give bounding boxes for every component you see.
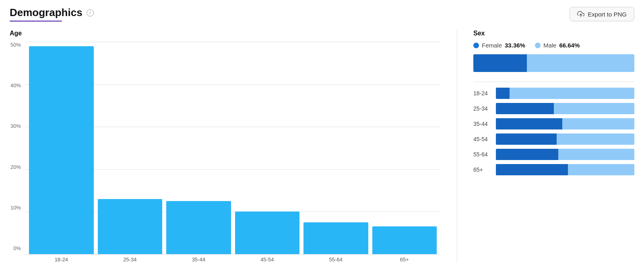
male-pct: 66.64% (559, 42, 580, 49)
bar-55-64 (303, 222, 368, 254)
export-label: Export to PNG (588, 11, 627, 18)
male-label: Male (543, 42, 557, 49)
bar-group-25-34 (98, 42, 163, 254)
bar-18-24 (29, 46, 94, 254)
upload-icon (577, 10, 584, 18)
male-dot (535, 43, 541, 48)
info-icon[interactable]: i (87, 9, 94, 16)
y-label-50: 50% (10, 42, 21, 48)
x-label-25-34: 25-34 (98, 257, 163, 263)
age-sex-rows: 18-2425-3435-4445-5455-6465+ (473, 88, 634, 175)
y-label-40: 40% (10, 82, 21, 88)
title-row: Demographics i (10, 6, 94, 19)
age-female-bar-65+ (496, 164, 568, 175)
y-label-20: 20% (10, 164, 21, 170)
title-area: Demographics i (10, 6, 94, 22)
female-label: Female (482, 42, 502, 49)
age-female-bar-55-64 (496, 149, 558, 160)
bar-45-54 (235, 212, 300, 254)
age-sex-row-55-64: 55-64 (473, 149, 634, 160)
y-axis: 50% 40% 30% 20% 10% 0% (10, 42, 25, 263)
age-female-bar-45-54 (496, 133, 557, 145)
header: Demographics i Export to PNG (10, 6, 634, 22)
y-label-0: 0% (13, 245, 21, 251)
age-sex-bar-55-64 (496, 149, 634, 160)
overall-male-bar (527, 54, 634, 72)
age-sex-row-25-34: 25-34 (473, 103, 634, 114)
bar-group-65+ (372, 42, 437, 254)
age-female-bar-25-34 (496, 103, 554, 114)
title-underline (10, 21, 62, 22)
age-male-bar-45-54 (557, 133, 634, 145)
x-labels: 18-2425-3435-4445-5455-6465+ (25, 254, 441, 263)
bar-group-45-54 (235, 42, 300, 254)
female-pct: 33.36% (505, 42, 525, 49)
age-sex-bar-18-24 (496, 88, 634, 99)
age-male-bar-25-34 (554, 103, 634, 114)
age-section-label: Age (10, 30, 441, 37)
sex-section: Sex Female 33.36% Male 66.64% 18-242 (473, 30, 634, 263)
bar-35-44 (166, 201, 231, 254)
overall-sex-bar (473, 54, 634, 72)
age-male-bar-55-64 (558, 149, 634, 160)
age-sex-bar-65+ (496, 164, 634, 175)
female-legend-item: Female 33.36% (473, 42, 525, 49)
male-legend-item: Male 66.64% (535, 42, 580, 49)
bar-group-18-24 (29, 42, 94, 254)
page-container: Demographics i Export to PNG Age 50% 40%… (0, 0, 644, 269)
age-male-bar-18-24 (510, 88, 634, 99)
x-label-65+: 65+ (372, 257, 437, 263)
content-area: Age 50% 40% 30% 20% 10% 0% (10, 30, 634, 263)
bar-65+ (372, 226, 437, 254)
x-label-45-54: 45-54 (235, 257, 300, 263)
age-female-bar-35-44 (496, 118, 562, 129)
divider (473, 82, 634, 82)
grid-and-bars (25, 42, 441, 254)
age-sex-label-55-64: 55-64 (473, 151, 491, 158)
age-sex-row-45-54: 45-54 (473, 133, 634, 145)
age-sex-label-45-54: 45-54 (473, 136, 491, 142)
female-dot (473, 43, 479, 48)
age-sex-bar-45-54 (496, 133, 634, 145)
age-sex-bar-35-44 (496, 118, 634, 129)
sex-legend: Female 33.36% Male 66.64% (473, 42, 634, 49)
age-sex-label-35-44: 35-44 (473, 121, 491, 127)
chart-wrapper: 50% 40% 30% 20% 10% 0% (10, 42, 441, 263)
y-label-30: 30% (10, 123, 21, 129)
age-sex-bar-25-34 (496, 103, 634, 114)
vertical-divider (457, 30, 457, 263)
age-sex-label-25-34: 25-34 (473, 105, 491, 112)
grid-line-0 (25, 254, 441, 255)
sex-section-label: Sex (473, 30, 634, 37)
y-label-10: 10% (10, 205, 21, 211)
export-button[interactable]: Export to PNG (570, 7, 634, 21)
overall-female-bar (473, 54, 527, 72)
bar-25-34 (98, 199, 163, 254)
age-sex-row-65+: 65+ (473, 164, 634, 175)
age-sex-row-18-24: 18-24 (473, 88, 634, 99)
bars-area: 18-2425-3435-4445-5455-6465+ (25, 42, 441, 263)
x-label-55-64: 55-64 (303, 257, 368, 263)
bar-group-55-64 (303, 42, 368, 254)
bars-row (25, 42, 441, 254)
x-label-18-24: 18-24 (29, 257, 94, 263)
bar-group-35-44 (166, 42, 231, 254)
age-male-bar-35-44 (562, 118, 634, 129)
age-female-bar-18-24 (496, 88, 510, 99)
age-sex-label-18-24: 18-24 (473, 90, 491, 97)
age-sex-row-35-44: 35-44 (473, 118, 634, 129)
age-male-bar-65+ (568, 164, 634, 175)
age-chart-section: Age 50% 40% 30% 20% 10% 0% (10, 30, 441, 263)
age-sex-label-65+: 65+ (473, 166, 491, 173)
page-title: Demographics (10, 6, 83, 19)
x-label-35-44: 35-44 (166, 257, 231, 263)
